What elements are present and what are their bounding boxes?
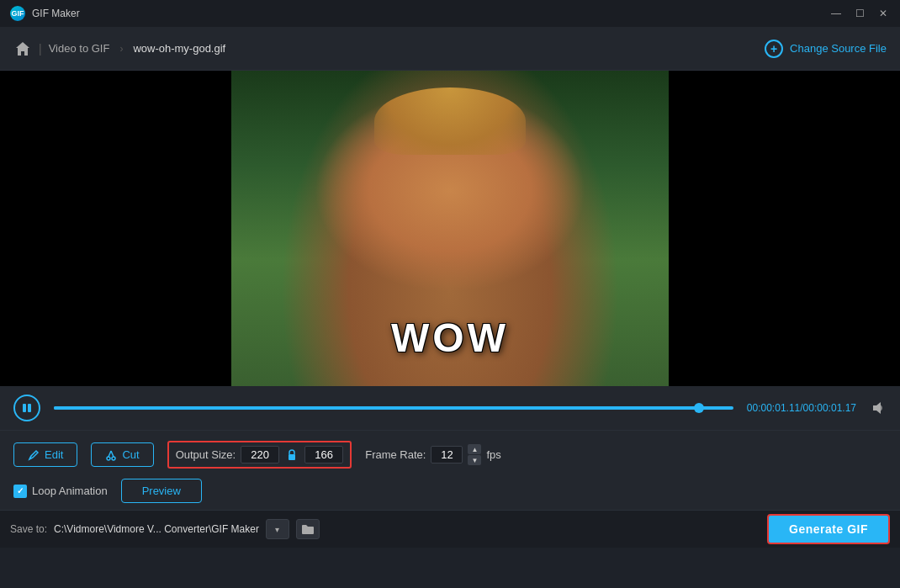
progress-bar[interactable] — [54, 406, 733, 410]
svg-line-7 — [111, 451, 114, 457]
loop-checkbox[interactable]: ✓ — [13, 485, 27, 498]
toolbar-area: Edit Cut Output Size: — [0, 430, 900, 510]
cut-button[interactable]: Cut — [91, 442, 153, 467]
output-width-input[interactable] — [241, 446, 279, 464]
checkmark-icon: ✓ — [17, 486, 24, 495]
change-source-label: Change Source File — [790, 42, 887, 55]
video-wow-text: WOW — [391, 315, 509, 361]
open-folder-button[interactable] — [296, 519, 320, 539]
svg-point-5 — [112, 457, 115, 460]
save-to-label: Save to: — [10, 523, 47, 535]
breadcrumb-arrow-icon: › — [119, 43, 123, 55]
home-icon[interactable] — [13, 40, 32, 58]
window-controls: — ☐ ✕ — [829, 7, 890, 20]
title-bar-left: GIF GIF Maker — [10, 6, 80, 21]
playback-controls: 00:00:01.11/00:00:01.17 — [0, 386, 900, 430]
nav-separator: | — [39, 42, 42, 56]
preview-button[interactable]: Preview — [121, 479, 202, 503]
video-frame: WOW — [231, 71, 669, 386]
generate-gif-button[interactable]: Generate GIF — [767, 514, 890, 544]
app-title: GIF Maker — [32, 8, 80, 19]
close-button[interactable]: ✕ — [876, 7, 890, 20]
frame-rate-increment[interactable]: ▲ — [468, 444, 481, 454]
loop-label: Loop Animation — [32, 485, 108, 497]
nav-left: | Video to GIF › wow-oh-my-god.gif — [13, 40, 225, 58]
maximize-button[interactable]: ☐ — [853, 7, 866, 20]
volume-icon[interactable] — [870, 400, 887, 416]
output-size-label: Output Size: — [176, 448, 236, 461]
frame-rate-decrement[interactable]: ▼ — [468, 455, 481, 465]
cut-label: Cut — [122, 448, 139, 461]
time-current: 00:00:01.11 — [747, 402, 800, 414]
time-total: 00:00:01.17 — [803, 402, 856, 414]
edit-label: Edit — [45, 448, 63, 461]
edit-button[interactable]: Edit — [13, 442, 77, 467]
frame-rate-group: Frame Rate: ▲ ▼ fps — [365, 444, 501, 465]
svg-rect-8 — [289, 454, 295, 460]
change-source-icon: + — [765, 40, 783, 58]
loop-animation-group[interactable]: ✓ Loop Animation — [13, 485, 108, 498]
video-person-hair — [374, 87, 526, 155]
toolbar-row-2: ✓ Loop Animation Preview — [13, 479, 887, 503]
minimize-button[interactable]: — — [829, 7, 843, 20]
svg-line-6 — [109, 451, 111, 457]
fps-label: fps — [486, 448, 500, 461]
svg-point-4 — [107, 457, 110, 460]
change-source-button[interactable]: + Change Source File — [765, 40, 887, 58]
time-display: 00:00:01.11/00:00:01.17 — [747, 402, 856, 414]
lock-icon[interactable] — [284, 448, 299, 463]
path-dropdown-button[interactable]: ▾ — [266, 519, 289, 539]
svg-rect-1 — [28, 404, 31, 412]
app-logo: GIF — [10, 6, 25, 21]
status-bar: Save to: C:\Vidmore\Vidmore V... Convert… — [0, 510, 900, 548]
breadcrumb-current-file: wow-oh-my-god.gif — [133, 42, 225, 55]
svg-rect-0 — [23, 404, 26, 412]
title-bar: GIF GIF Maker — ☐ ✕ — [0, 0, 900, 27]
save-to-group: Save to: C:\Vidmore\Vidmore V... Convert… — [10, 519, 320, 539]
output-size-group: Output Size: — [167, 441, 352, 469]
progress-fill — [54, 406, 699, 410]
output-height-input[interactable] — [304, 446, 343, 464]
pause-button[interactable] — [13, 395, 40, 421]
progress-thumb[interactable] — [694, 403, 704, 413]
breadcrumb-video-to-gif[interactable]: Video to GIF — [49, 42, 110, 55]
video-area: WOW — [0, 71, 900, 386]
nav-bar: | Video to GIF › wow-oh-my-god.gif + Cha… — [0, 27, 900, 71]
frame-rate-spinner: ▲ ▼ — [468, 444, 481, 465]
toolbar-row-1: Edit Cut Output Size: — [13, 441, 887, 469]
frame-rate-label: Frame Rate: — [365, 448, 426, 461]
frame-rate-input[interactable] — [431, 446, 463, 464]
save-to-path: C:\Vidmore\Vidmore V... Converter\GIF Ma… — [54, 523, 259, 535]
